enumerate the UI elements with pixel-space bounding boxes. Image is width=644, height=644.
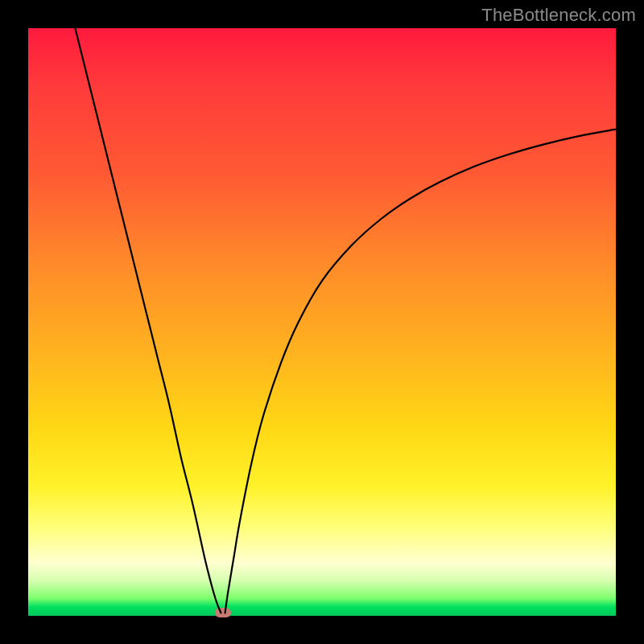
curve-svg: [28, 28, 616, 616]
watermark-text: TheBottleneck.com: [481, 5, 636, 26]
plot-area: [28, 28, 616, 616]
right-branch-path: [225, 130, 616, 613]
chart-frame: TheBottleneck.com: [0, 0, 644, 644]
minimum-marker: [215, 608, 231, 617]
left-branch-path: [75, 28, 221, 613]
